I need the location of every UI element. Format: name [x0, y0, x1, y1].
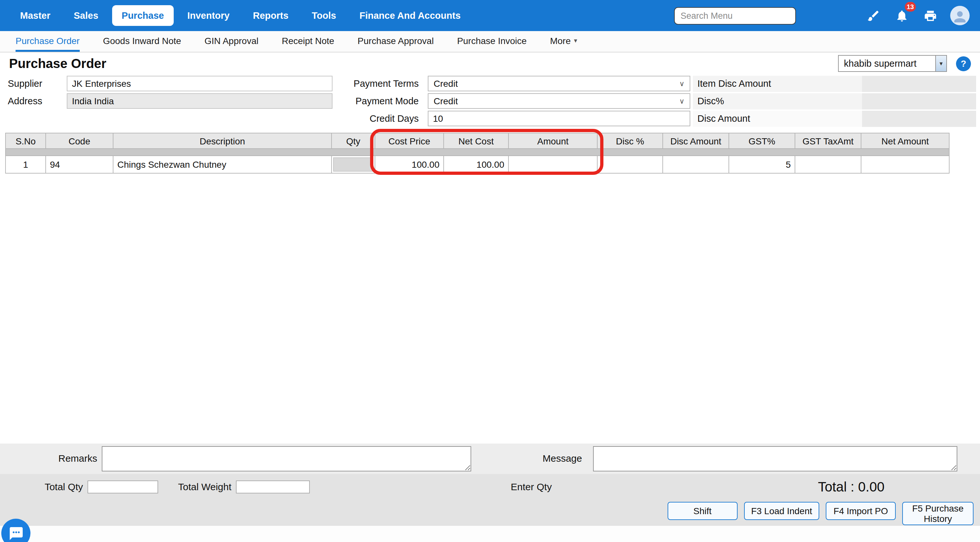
- cell-sno[interactable]: 1: [6, 156, 46, 174]
- f3-load-indent-button[interactable]: F3 Load Indent: [744, 502, 819, 520]
- main-menu: Master Sales Purchase Inventory Reports …: [10, 5, 470, 26]
- disc-amount-label: Disc Amount: [693, 111, 862, 127]
- notifications-bell-icon[interactable]: 13: [893, 7, 910, 24]
- store-selector-value: khabib supermart: [839, 56, 935, 71]
- col-header-disc-amount: Disc Amount: [663, 133, 729, 149]
- col-header-amount: Amount: [509, 133, 598, 149]
- store-selector[interactable]: khabib supermart ▼: [838, 55, 947, 72]
- footer-buttons: Shift F3 Load Indent F4 Import PO F5 Pur…: [668, 502, 974, 525]
- total-weight-input[interactable]: [236, 480, 310, 493]
- po-items-table: S.No Code Description Qty Cost Price Net…: [5, 133, 950, 174]
- tab-purchase-order[interactable]: Purchase Order: [16, 31, 80, 52]
- person-icon: [951, 8, 968, 25]
- purchase-subnav: Purchase Order Goods Inward Note GIN App…: [0, 31, 980, 52]
- notification-badge: 13: [905, 2, 916, 12]
- total-amount-text: Total : 0.00: [818, 479, 885, 495]
- remarks-label: Remarks: [58, 453, 96, 464]
- chevron-down-icon: ∨: [679, 97, 684, 105]
- buttons-band: Shift F3 Load Indent F4 Import PO F5 Pur…: [0, 500, 980, 526]
- menu-tools[interactable]: Tools: [302, 5, 346, 26]
- cell-code[interactable]: 94: [46, 156, 113, 174]
- remarks-band: Remarks Message: [0, 444, 980, 474]
- print-icon[interactable]: [922, 7, 939, 24]
- bottom-strip: [0, 526, 980, 542]
- titlebar: Purchase Order khabib supermart ▼ ?: [0, 52, 980, 74]
- topbar-right-tools: 13: [674, 6, 970, 25]
- supplier-input[interactable]: [67, 76, 332, 91]
- col-header-gst-percent: GST%: [729, 133, 795, 149]
- cell-gst-percent[interactable]: 5: [729, 156, 795, 174]
- item-disc-amount-field[interactable]: [862, 76, 976, 92]
- top-navbar: Master Sales Purchase Inventory Reports …: [0, 0, 980, 31]
- chevron-down-icon: ∨: [679, 79, 684, 88]
- tab-more[interactable]: More ▾: [550, 31, 577, 52]
- total-weight-label: Total Weight: [169, 481, 231, 492]
- menu-purchase[interactable]: Purchase: [112, 5, 174, 26]
- menu-master[interactable]: Master: [10, 5, 60, 26]
- menu-inventory[interactable]: Inventory: [178, 5, 240, 26]
- cell-qty[interactable]: [332, 156, 375, 174]
- cell-description[interactable]: Chings Schezwan Chutney: [113, 156, 332, 174]
- disc-percent-field[interactable]: [862, 93, 976, 109]
- item-disc-amount-label: Item Disc Amount: [693, 76, 862, 92]
- cell-disc-percent[interactable]: [598, 156, 663, 174]
- disc-percent-label: Disc%: [693, 93, 862, 109]
- cell-amount[interactable]: [509, 156, 598, 174]
- payment-mode-value: Credit: [434, 96, 458, 106]
- col-header-cost-price: Cost Price: [375, 133, 444, 149]
- disc-amount-field[interactable]: [862, 111, 976, 127]
- credit-days-input[interactable]: [428, 111, 690, 126]
- cell-disc-amount[interactable]: [663, 156, 729, 174]
- col-header-net-cost: Net Cost: [444, 133, 509, 149]
- address-input[interactable]: [67, 93, 332, 109]
- bell-icon-glyph: [895, 9, 908, 22]
- cell-cost-price[interactable]: 100.00: [375, 156, 444, 174]
- col-header-sno: S.No: [6, 133, 46, 149]
- help-button[interactable]: ?: [956, 56, 971, 71]
- col-header-net-amount: Net Amount: [861, 133, 950, 149]
- cell-net-amount[interactable]: [861, 156, 950, 174]
- f4-import-po-button[interactable]: F4 Import PO: [826, 502, 896, 520]
- f5-purchase-history-button[interactable]: F5 Purchase History: [902, 502, 974, 525]
- cell-gst-taxamt[interactable]: [795, 156, 861, 174]
- payment-mode-select[interactable]: Credit ∨: [428, 93, 690, 109]
- brush-icon-glyph: [866, 9, 880, 22]
- totals-band: Total Qty Total Weight Enter Qty Total :…: [0, 474, 980, 500]
- col-header-qty: Qty: [332, 133, 375, 149]
- search-menu-input[interactable]: [674, 7, 796, 24]
- address-label: Address: [8, 93, 42, 109]
- menu-finance-and-accounts[interactable]: Finance And Accounts: [350, 5, 470, 26]
- user-avatar[interactable]: [950, 6, 970, 25]
- tab-gin-approval[interactable]: GIN Approval: [205, 31, 259, 52]
- tab-purchase-approval[interactable]: Purchase Approval: [358, 31, 434, 52]
- purchase-order-page: Master Sales Purchase Inventory Reports …: [0, 0, 980, 542]
- message-textarea[interactable]: [593, 446, 957, 471]
- payment-terms-value: Credit: [434, 78, 458, 89]
- tab-goods-inward-note[interactable]: Goods Inward Note: [103, 31, 181, 52]
- menu-sales[interactable]: Sales: [64, 5, 108, 26]
- col-header-code: Code: [46, 133, 113, 149]
- tab-purchase-invoice[interactable]: Purchase Invoice: [457, 31, 527, 52]
- credit-days-label: Credit Days: [337, 111, 419, 127]
- title-right-tools: khabib supermart ▼ ?: [838, 55, 971, 72]
- remarks-textarea[interactable]: [102, 446, 471, 471]
- payment-terms-label: Payment Terms: [337, 76, 419, 92]
- cell-net-cost[interactable]: 100.00: [444, 156, 509, 174]
- printer-icon-glyph: [923, 9, 937, 22]
- page-title: Purchase Order: [9, 56, 106, 71]
- tab-more-label: More: [550, 35, 571, 46]
- payment-terms-select[interactable]: Credit ∨: [428, 76, 690, 91]
- col-header-gst-taxamt: GST TaxAmt: [795, 133, 861, 149]
- total-qty-label: Total Qty: [26, 481, 83, 492]
- total-qty-input[interactable]: [88, 480, 158, 493]
- col-header-description: Description: [113, 133, 332, 149]
- menu-reports[interactable]: Reports: [243, 5, 298, 26]
- shift-button[interactable]: Shift: [668, 502, 738, 520]
- chevron-down-icon: ▾: [574, 37, 577, 44]
- chat-icon: [8, 526, 24, 541]
- qty-input[interactable]: [333, 157, 373, 171]
- brush-icon[interactable]: [865, 7, 881, 24]
- supplier-label: Supplier: [8, 76, 42, 92]
- tab-receipt-note[interactable]: Receipt Note: [282, 31, 334, 52]
- dropdown-arrow-icon[interactable]: ▼: [935, 56, 946, 71]
